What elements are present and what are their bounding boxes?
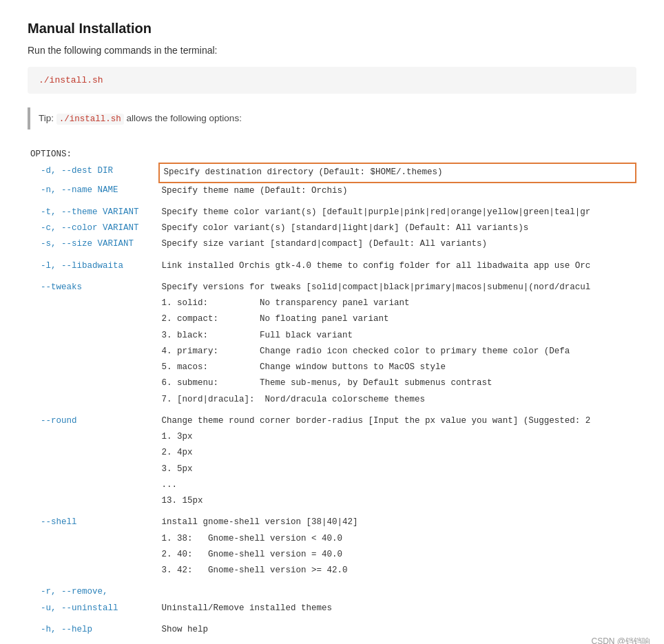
- option-color: -c, --color VARIANT Specify color varian…: [28, 220, 636, 236]
- spacer-5: [28, 509, 636, 515]
- option-remove-desc: [159, 584, 636, 600]
- install-command-text: ./install.sh: [39, 75, 103, 85]
- spacer-6: [28, 579, 636, 584]
- option-shell: --shell install gnome-shell version [38|…: [28, 515, 636, 530]
- tweaks-item-4-text: 4. primary: Change radio icon checked co…: [159, 344, 636, 360]
- spacer-3: [28, 274, 636, 280]
- tip-prefix: Tip:: [39, 113, 56, 123]
- shell-item-2: 2. 40: Gnome-shell version = 40.0: [28, 547, 636, 563]
- option-name-desc: Specify theme name (Default: Orchis): [159, 183, 636, 199]
- tweaks-item-6: 6. submenu: Theme sub-menus, by Default …: [28, 375, 636, 391]
- option-theme: -t, --theme VARIANT Specify theme color …: [28, 205, 636, 220]
- option-uninstall-flag: -u, --uninstall: [28, 601, 159, 616]
- option-libadwaita-flag: -l, --libadwaita: [28, 258, 159, 274]
- options-header-row: OPTIONS:: [28, 143, 636, 163]
- tweaks-item-7-text: 7. [nord|dracula]: Nord/dracula colorsch…: [159, 392, 636, 408]
- spacer-4: [28, 408, 636, 413]
- tweaks-item-4: 4. primary: Change radio icon checked co…: [28, 344, 636, 360]
- option-size-flag: -s, --size VARIANT: [28, 236, 159, 252]
- tip-suffix: allows the following options:: [124, 113, 242, 123]
- shell-item-3-text: 3. 42: Gnome-shell version >= 42.0: [159, 563, 636, 579]
- round-item-2: 2. 4px: [28, 445, 636, 461]
- option-theme-flag: -t, --theme VARIANT: [28, 205, 159, 220]
- shell-item-3: 3. 42: Gnome-shell version >= 42.0: [28, 563, 636, 579]
- shell-item-1-text: 1. 38: Gnome-shell version < 40.0: [159, 531, 636, 547]
- tweaks-item-2: 2. compact: No floating panel variant: [28, 311, 636, 327]
- option-name-flag: -n, --name NAME: [28, 183, 159, 199]
- tip-code: ./install.sh: [56, 114, 124, 125]
- shell-item-2-text: 2. 40: Gnome-shell version = 40.0: [159, 547, 636, 563]
- round-item-13: 13. 15px: [28, 493, 636, 509]
- tip-box: Tip: ./install.sh allows the following o…: [28, 107, 636, 129]
- option-dest: -d, --dest DIR Specify destination direc…: [28, 163, 636, 182]
- option-tweaks: --tweaks Specify versions for tweaks [so…: [28, 280, 636, 295]
- options-table: OPTIONS: -d, --dest DIR Specify destinat…: [28, 143, 636, 638]
- tweaks-item-2-text: 2. compact: No floating panel variant: [159, 311, 636, 327]
- option-round: --round Change theme round corner border…: [28, 413, 636, 429]
- option-size-desc: Specify size variant [standard|compact] …: [159, 236, 636, 252]
- spacer-7: [28, 616, 636, 622]
- tweaks-item-5: 5. macos: Change window buttons to MacOS…: [28, 360, 636, 375]
- option-help: -h, --help Show help: [28, 622, 636, 638]
- round-item-1-text: 1. 3px: [159, 429, 636, 445]
- tweaks-item-5-text: 5. macos: Change window buttons to MacOS…: [159, 360, 636, 375]
- tweaks-item-6-text: 6. submenu: Theme sub-menus, by Default …: [159, 375, 636, 391]
- option-shell-desc: install gnome-shell version [38|40|42]: [159, 515, 636, 530]
- option-remove: -r, --remove,: [28, 584, 636, 600]
- options-header: OPTIONS:: [28, 143, 636, 163]
- round-item-3-text: 3. 5px: [159, 461, 636, 477]
- option-libadwaita-desc: Link installed Orchis gtk-4.0 theme to c…: [159, 258, 636, 274]
- option-round-desc: Change theme round corner border-radius …: [159, 413, 636, 429]
- option-color-flag: -c, --color VARIANT: [28, 220, 159, 236]
- option-color-desc: Specify color variant(s) [standard|light…: [159, 220, 636, 236]
- option-tweaks-flag: --tweaks: [28, 280, 159, 295]
- option-help-desc: Show help: [159, 622, 636, 638]
- option-help-flag: -h, --help: [28, 622, 159, 638]
- round-item-13-text: 13. 15px: [159, 493, 636, 509]
- option-size: -s, --size VARIANT Specify size variant …: [28, 236, 636, 252]
- option-round-flag: --round: [28, 413, 159, 429]
- tweaks-item-1-text: 1. solid: No transparency panel variant: [159, 295, 636, 311]
- option-name: -n, --name NAME Specify theme name (Defa…: [28, 183, 636, 199]
- option-theme-desc: Specify theme color variant(s) [default|…: [159, 205, 636, 220]
- option-remove-flag: -r, --remove,: [28, 584, 159, 600]
- shell-item-1: 1. 38: Gnome-shell version < 40.0: [28, 531, 636, 547]
- tweaks-item-7: 7. [nord|dracula]: Nord/dracula colorsch…: [28, 392, 636, 408]
- option-uninstall-desc: Uninstall/Remove installed themes: [159, 601, 636, 616]
- round-item-3: 3. 5px: [28, 461, 636, 477]
- round-item-1: 1. 3px: [28, 429, 636, 445]
- page-container: Manual Installation Run the following co…: [0, 0, 664, 644]
- spacer-2: [28, 253, 636, 258]
- tweaks-item-3: 3. black: Full black variant: [28, 328, 636, 344]
- option-tweaks-desc: Specify versions for tweaks [solid|compa…: [159, 280, 636, 295]
- tweaks-item-1: 1. solid: No transparency panel variant: [28, 295, 636, 311]
- round-item-2-text: 2. 4px: [159, 445, 636, 461]
- round-item-ellipsis: ...: [28, 477, 636, 493]
- spacer-1: [28, 199, 636, 205]
- option-libadwaita: -l, --libadwaita Link installed Orchis g…: [28, 258, 636, 274]
- install-command-block: ./install.sh: [28, 67, 636, 94]
- option-shell-flag: --shell: [28, 515, 159, 530]
- page-title: Manual Installation: [28, 21, 636, 37]
- option-dest-flag: -d, --dest DIR: [28, 163, 159, 182]
- tweaks-item-3-text: 3. black: Full black variant: [159, 328, 636, 344]
- subtitle: Run the following commands in the termin…: [28, 45, 636, 56]
- round-item-ellipsis-text: ...: [159, 477, 636, 493]
- option-dest-desc: Specify destination directory (Default: …: [159, 163, 636, 182]
- option-uninstall: -u, --uninstall Uninstall/Remove install…: [28, 601, 636, 616]
- watermark: CSDN @铛铛响: [591, 636, 650, 644]
